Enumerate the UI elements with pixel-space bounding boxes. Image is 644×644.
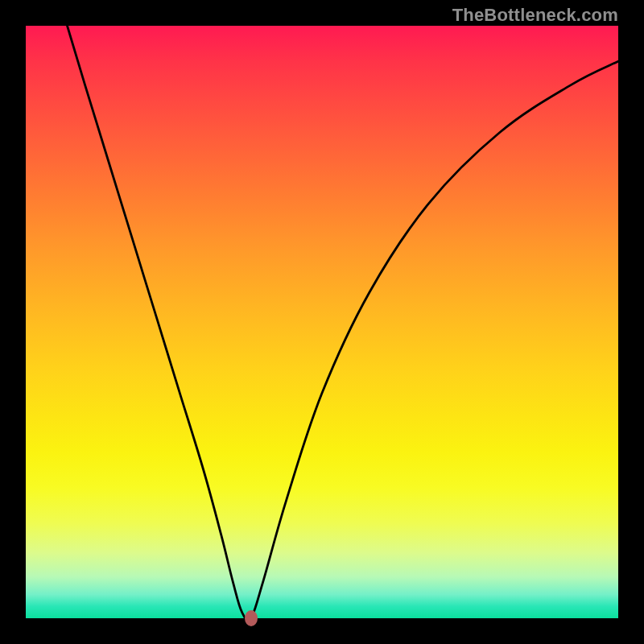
watermark-text: TheBottleneck.com (452, 5, 618, 26)
minimum-marker (245, 610, 258, 626)
plot-area (26, 26, 618, 618)
curve-svg (26, 26, 618, 618)
bottleneck-curve (68, 26, 618, 618)
chart-frame: TheBottleneck.com (0, 0, 644, 644)
